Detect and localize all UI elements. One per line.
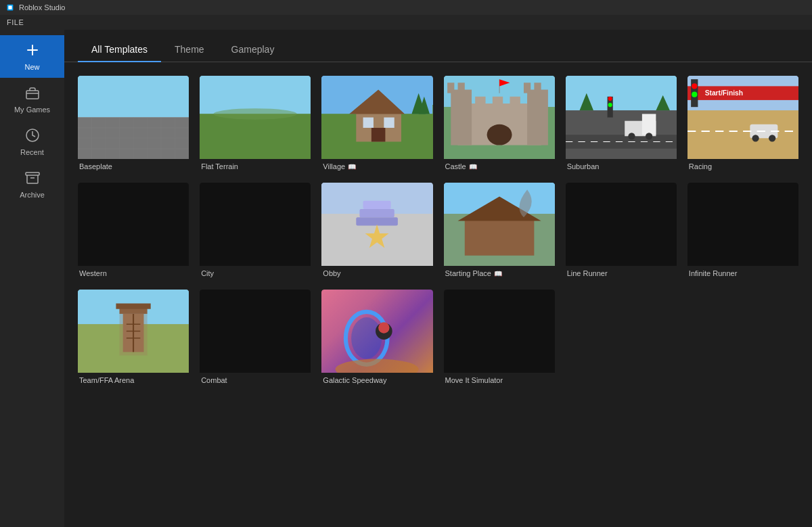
- template-move-it-simulator[interactable]: Move It Simulator: [444, 290, 555, 386]
- template-starting-place[interactable]: Starting Place 📖: [444, 183, 555, 279]
- template-village[interactable]: Village 📖: [321, 76, 432, 172]
- svg-rect-9: [78, 76, 189, 118]
- svg-rect-1: [8, 5, 12, 9]
- svg-point-57: [608, 103, 612, 107]
- template-baseplate-label: Baseplate: [79, 162, 112, 170]
- template-racing[interactable]: Start/Finish Racing: [687, 76, 798, 172]
- template-castle[interactable]: Castle 📖: [444, 76, 555, 172]
- template-western[interactable]: Western: [78, 183, 189, 279]
- tabs-bar: All Templates Theme Gameplay: [64, 30, 812, 62]
- svg-point-56: [608, 97, 612, 101]
- svg-rect-48: [487, 124, 512, 145]
- template-starting-place-label: Starting Place: [445, 269, 491, 277]
- template-obby-label: Obby: [323, 269, 340, 277]
- template-combat-label: Combat: [201, 376, 227, 384]
- template-flat-terrain-label: Flat Terrain: [201, 162, 238, 170]
- template-suburban-label: Suburban: [567, 162, 600, 170]
- tab-all-templates[interactable]: All Templates: [78, 37, 161, 62]
- template-flat-terrain[interactable]: Flat Terrain: [200, 76, 311, 172]
- template-team-ffa[interactable]: Team/FFA Arena: [78, 290, 189, 386]
- template-village-label: Village: [323, 162, 345, 170]
- svg-point-73: [769, 135, 775, 141]
- svg-point-24: [214, 108, 297, 119]
- file-menu[interactable]: FILE: [7, 18, 24, 26]
- template-city[interactable]: City: [200, 183, 311, 279]
- clock-icon: [24, 127, 41, 145]
- svg-point-70: [692, 92, 697, 97]
- template-move-it-simulator-label: Move It Simulator: [445, 376, 503, 384]
- template-line-runner[interactable]: Line Runner: [566, 183, 677, 279]
- app-title: Roblox Studio: [19, 3, 66, 12]
- archive-icon: [24, 170, 41, 188]
- template-combat[interactable]: Combat: [200, 290, 311, 386]
- plus-icon: [24, 42, 41, 60]
- svg-rect-39: [492, 97, 502, 107]
- svg-rect-78: [360, 209, 394, 217]
- sidebar-recent-label: Recent: [20, 148, 44, 156]
- book-icon-starting-place: 📖: [494, 270, 502, 277]
- svg-point-99: [336, 359, 419, 373]
- tab-gameplay[interactable]: Gameplay: [218, 37, 288, 62]
- roblox-logo-icon: [5, 3, 15, 12]
- template-infinite-runner[interactable]: Infinite Runner: [687, 183, 798, 279]
- template-galactic-speedway-label: Galactic Speedway: [323, 376, 386, 384]
- book-icon-castle: 📖: [469, 163, 477, 170]
- svg-rect-65: [687, 110, 798, 159]
- svg-rect-94: [116, 304, 150, 309]
- svg-rect-31: [363, 118, 374, 128]
- sidebar-new-label: New: [24, 63, 39, 71]
- svg-point-98: [378, 322, 389, 333]
- svg-rect-79: [363, 201, 391, 209]
- svg-rect-4: [26, 91, 39, 99]
- svg-rect-40: [510, 97, 520, 107]
- template-baseplate[interactable]: Baseplate: [78, 76, 189, 172]
- sidebar-item-archive[interactable]: Archive: [0, 163, 64, 206]
- template-western-label: Western: [79, 269, 107, 277]
- svg-rect-42: [451, 90, 472, 145]
- svg-rect-44: [457, 83, 464, 93]
- svg-rect-59: [642, 114, 656, 135]
- svg-rect-52: [566, 110, 677, 159]
- svg-rect-23: [200, 114, 311, 159]
- svg-rect-33: [371, 128, 386, 142]
- sidebar-my-games-label: My Games: [14, 106, 50, 114]
- template-castle-label: Castle: [445, 162, 466, 170]
- sidebar: New My Games Recent: [0, 30, 64, 527]
- titlebar: Roblox Studio: [0, 0, 812, 15]
- svg-rect-3: [27, 49, 38, 51]
- template-city-label: City: [201, 269, 214, 277]
- svg-rect-83: [464, 217, 534, 255]
- briefcase-icon: [24, 85, 41, 103]
- sidebar-item-new[interactable]: New: [0, 35, 64, 78]
- template-galactic-speedway[interactable]: Galactic Speedway: [321, 290, 432, 386]
- menubar: FILE: [0, 15, 812, 30]
- tab-theme[interactable]: Theme: [161, 37, 218, 62]
- svg-rect-47: [534, 83, 541, 93]
- content-area: All Templates Theme Gameplay: [64, 30, 812, 527]
- svg-rect-32: [384, 118, 394, 128]
- svg-point-69: [692, 83, 697, 89]
- template-obby[interactable]: Obby: [321, 183, 432, 279]
- svg-point-60: [628, 133, 635, 139]
- template-team-ffa-label: Team/FFA Arena: [79, 376, 134, 384]
- svg-point-72: [752, 135, 759, 141]
- svg-rect-66: [687, 86, 798, 100]
- book-icon-village: 📖: [348, 163, 356, 170]
- sidebar-archive-label: Archive: [20, 191, 45, 199]
- template-racing-label: Racing: [689, 162, 712, 170]
- svg-rect-7: [26, 173, 39, 175]
- svg-point-96: [351, 317, 382, 359]
- sidebar-item-recent[interactable]: Recent: [0, 120, 64, 163]
- sidebar-item-my-games[interactable]: My Games: [0, 78, 64, 120]
- templates-grid: Baseplate Flat Terrain: [64, 62, 812, 527]
- svg-rect-46: [523, 83, 530, 93]
- template-line-runner-label: Line Runner: [567, 269, 608, 277]
- template-suburban[interactable]: Suburban: [566, 76, 677, 172]
- svg-rect-43: [447, 83, 454, 93]
- svg-rect-38: [475, 97, 485, 107]
- svg-rect-45: [527, 90, 548, 145]
- main-layout: New My Games Recent: [0, 30, 812, 527]
- svg-text:Start/Finish: Start/Finish: [704, 89, 742, 97]
- svg-point-61: [646, 133, 652, 139]
- template-infinite-runner-label: Infinite Runner: [689, 269, 738, 277]
